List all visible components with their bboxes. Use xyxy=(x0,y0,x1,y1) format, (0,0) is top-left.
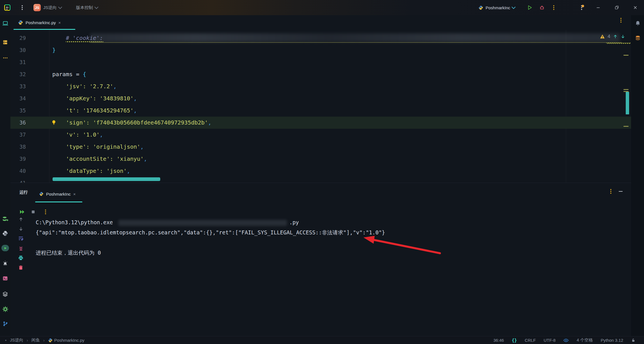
console-line xyxy=(36,237,385,248)
run-tool-icon[interactable] xyxy=(1,244,9,252)
close-button[interactable] xyxy=(633,5,638,10)
horizontal-scrollbar-thumb[interactable] xyxy=(53,177,160,181)
code-line-31[interactable]: 31 xyxy=(10,56,631,68)
code-editor[interactable]: 29 # 'cookie':30}3132params = {33 'jsv':… xyxy=(10,30,631,183)
code-line-37[interactable]: 37 'v': '1.0', xyxy=(10,129,631,141)
line-number: 37 xyxy=(10,129,26,141)
inspections-widget[interactable]: 4 xyxy=(600,34,625,39)
archive-boxes-icon[interactable] xyxy=(1,39,9,46)
console-line: C:\Python3.12\python.exe .py xyxy=(36,217,385,227)
line-number: 29 xyxy=(10,32,26,44)
line-number: 30 xyxy=(10,44,26,56)
settings-gear-icon[interactable] xyxy=(1,305,9,313)
redacted-blur xyxy=(118,220,287,226)
main-menu-kebab-icon[interactable] xyxy=(22,7,23,8)
active-run-tab-indicator xyxy=(35,202,82,202)
line-number: 35 xyxy=(10,105,26,117)
soft-wrap-icon[interactable] xyxy=(17,235,24,242)
scroll-to-end-icon[interactable] xyxy=(17,245,24,252)
lock-icon[interactable] xyxy=(631,338,636,343)
terminal-icon[interactable] xyxy=(1,275,9,282)
python-file-icon xyxy=(39,192,44,196)
pycharm-logo[interactable]: PC xyxy=(4,4,10,11)
editor-tab-bar: PoshmarkInc.py × xyxy=(10,15,631,30)
code-line-32[interactable]: 32params = { xyxy=(10,68,631,80)
indent-widget[interactable]: 4 个空格 xyxy=(577,338,593,343)
hide-panel-icon[interactable] xyxy=(619,191,623,192)
breadcrumb-bullet: • xyxy=(5,338,6,343)
notification-dot xyxy=(582,5,584,7)
reader-mode-eye-icon[interactable] xyxy=(563,338,569,343)
python-file-icon xyxy=(18,20,23,25)
run-config-selector[interactable]: PoshmarkInc xyxy=(485,5,510,10)
code-line-34[interactable]: 34 'appKey': '34839810', xyxy=(10,92,631,105)
services-icon[interactable] xyxy=(1,290,9,298)
python-packages-icon[interactable] xyxy=(1,230,9,237)
settings-menu-kebab-icon[interactable] xyxy=(581,7,582,8)
code-text: 'type': 'originaljson', xyxy=(52,141,144,153)
next-problem-arrow-icon[interactable] xyxy=(620,34,625,39)
code-text: 'v': '1.0', xyxy=(52,129,103,141)
problems-icon[interactable] xyxy=(1,259,9,267)
git-branch-icon[interactable] xyxy=(1,320,9,327)
chevron-down-icon xyxy=(94,5,98,9)
code-style-widget[interactable]: {} xyxy=(512,338,517,343)
code-text: 'sign': 'f74043b05660bfdee46740972935db2… xyxy=(52,117,211,129)
debug-button[interactable] xyxy=(539,5,545,10)
project-widget[interactable]: JS逆向 xyxy=(43,5,57,10)
redacted-blur xyxy=(90,33,620,42)
notifications-bell-icon[interactable] xyxy=(634,19,641,27)
line-separator-widget[interactable]: CRLF xyxy=(525,338,536,343)
breadcrumb-file[interactable]: PoshmarkInc.py xyxy=(48,338,85,343)
encoding-widget[interactable]: UTF-8 xyxy=(544,338,556,343)
annotation-arrow xyxy=(359,234,446,259)
run-more-kebab-icon[interactable] xyxy=(45,211,46,212)
vertical-scrollbar-thumb[interactable] xyxy=(626,92,629,114)
breadcrumb-folder[interactable]: 闲鱼 xyxy=(31,338,40,343)
code-line-40[interactable]: 40 'dataType': 'json', xyxy=(10,165,631,177)
run-panel-options-kebab-icon[interactable] xyxy=(610,191,611,192)
breadcrumb-project[interactable]: JS逆向 xyxy=(10,338,23,343)
tab-close-icon[interactable]: × xyxy=(58,20,61,25)
database-add-icon[interactable] xyxy=(1,215,9,223)
caret-position[interactable]: 36:46 xyxy=(493,338,504,343)
interpreter-widget[interactable]: Python 3.12 xyxy=(601,338,623,343)
code-line-35[interactable]: 35 't': '1746345294765', xyxy=(10,105,631,117)
run-tab-poshmarkinc[interactable]: PoshmarkInc × xyxy=(35,186,80,202)
line-number: 40 xyxy=(10,165,26,177)
run-button[interactable] xyxy=(527,5,532,10)
python-file-icon xyxy=(48,338,53,343)
code-line-30[interactable]: 30} xyxy=(10,44,631,56)
line-number: 33 xyxy=(10,80,26,92)
restore-button[interactable] xyxy=(614,5,619,10)
run-panel-title: 运行 xyxy=(19,190,28,195)
tab-poshmarkinc-py[interactable]: PoshmarkInc.py × xyxy=(13,15,65,30)
code-text: 't': '1746345294765', xyxy=(52,105,137,117)
prev-problem-arrow-icon[interactable] xyxy=(613,34,618,39)
scrollbar-warning-mark xyxy=(623,89,629,90)
code-line-36[interactable]: 36 'sign': 'f74043b05660bfdee46740972935… xyxy=(10,117,631,129)
jump-up-icon[interactable] xyxy=(17,216,24,223)
laptop-icon[interactable] xyxy=(1,19,9,27)
chevron-down-icon xyxy=(58,5,62,9)
print-icon[interactable] xyxy=(17,254,24,262)
warning-triangle-icon xyxy=(600,34,605,39)
code-line-33[interactable]: 33 'jsv': '2.7.2', xyxy=(10,80,631,92)
rerun-button[interactable] xyxy=(19,209,25,215)
run-tab-close-icon[interactable]: × xyxy=(73,192,76,196)
jump-down-icon[interactable] xyxy=(17,225,24,232)
stop-button[interactable] xyxy=(30,209,36,215)
vcs-widget[interactable]: 版本控制 xyxy=(76,5,93,10)
code-line-38[interactable]: 38 'type': 'originaljson', xyxy=(10,141,631,153)
clear-all-icon[interactable] xyxy=(17,264,24,271)
minimize-button[interactable] xyxy=(596,5,601,10)
editor-options-kebab-icon[interactable] xyxy=(620,20,622,21)
more-tools-icon[interactable] xyxy=(1,54,9,62)
database-tool-icon[interactable] xyxy=(634,34,641,42)
code-line-29[interactable]: 29 # 'cookie': xyxy=(10,32,631,44)
line-number: 34 xyxy=(10,92,26,105)
more-run-actions-kebab-icon[interactable] xyxy=(553,7,554,8)
line-number: 38 xyxy=(10,141,26,153)
code-line-39[interactable]: 39 'accountSite': 'xianyu', xyxy=(10,153,631,165)
console-output[interactable]: C:\Python3.12\python.exe .py{"api":"mtop… xyxy=(36,217,385,258)
